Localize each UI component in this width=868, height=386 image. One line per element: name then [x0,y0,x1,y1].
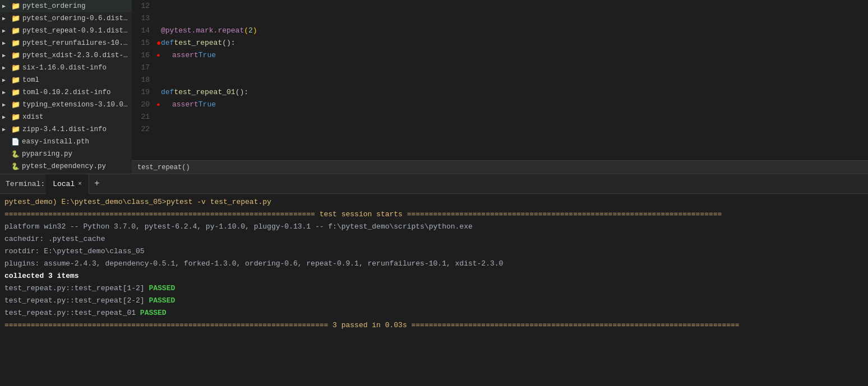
line-number: 14 [132,25,150,37]
terminal-label: Terminal: [6,180,45,188]
terminal-tabs: Terminal: Local × + [0,174,868,194]
sidebar-arrow-icon: ▶ [2,52,11,59]
editor-area: ▶📁pytest_ordering▶📁pytest_ordering-0.6.d… [0,0,868,174]
terminal-tab-name: Local [53,180,75,188]
sidebar-item-label: pytest_dependency.py [22,162,106,170]
line-number: 12 [132,0,150,12]
terminal-line: collected 3 items [4,270,864,282]
folder-icon: 📁 [11,26,20,35]
code-line [161,62,868,74]
line-numbers: 1213141516171819202122 [132,0,155,160]
sidebar-item[interactable]: ▶📁typing_extensions-3.10.0.0 [0,99,132,111]
sidebar-arrow-icon: ▶ [2,126,11,133]
sidebar-item[interactable]: ▶📁pytest_rerunfailures-10.1.d [0,37,132,49]
line-number: 16 [132,49,150,62]
sidebar-item-label: pytest_ordering [22,2,86,10]
code-lines: @pytest.mark.repeat(2)def test_repeat():… [155,0,868,160]
add-terminal-tab-button[interactable]: + [89,176,105,192]
code-panel: 1213141516171819202122 @pytest.mark.repe… [132,0,868,174]
breadcrumb: test_repeat() [132,160,868,174]
sidebar-item-label: zipp-3.4.1.dist-info [22,125,107,133]
folder-icon: 📁 [11,100,20,109]
terminal-line: test_repeat.py::test_repeat_01 PASSED [4,307,864,319]
code-line: def test_repeat():▶● [161,37,868,49]
line-number: 22 [132,123,150,136]
sidebar-item[interactable]: 📄easy-install.pth [0,136,132,148]
line-number: 19 [132,86,150,99]
sidebar-item[interactable]: ▶📁zipp-3.4.1.dist-info [0,123,132,136]
breakpoint-icon[interactable]: ● [156,37,161,49]
sidebar-item[interactable]: ▶📁pytest_xdist-2.3.0.dist-info [0,49,132,62]
file-icon: 🐍 [11,162,20,171]
line-number: 15 [132,37,150,49]
sidebar-arrow-icon: ▶ [2,15,11,22]
folder-icon: 📁 [11,2,20,11]
sidebar-item-label: pytest_xdist-2.3.0.dist-info [22,52,132,59]
sidebar-item-label: pyparsing.py [22,150,72,158]
sidebar-item-label: toml [22,76,39,84]
sidebar-item[interactable]: 🐍pytest_dependency.py [0,160,132,173]
folder-icon: 📁 [11,51,20,60]
sidebar-arrow-icon: ▶ [2,3,11,10]
terminal-line: pytest_demo) E:\pytest_demo\class_05>pyt… [4,196,864,208]
sidebar-item-label: pytest_repeat-0.9.1.dist-inf [22,27,132,35]
line-number: 20 [132,99,150,111]
folder-icon: 📁 [11,113,20,122]
line-number: 17 [132,62,150,74]
sidebar-item-label: typing_extensions-3.10.0.0 [22,101,132,109]
code-line: def test_repeat_01():▶ [161,86,868,99]
file-icon: 📄 [11,138,20,146]
code-line [161,111,868,123]
folder-icon: 📁 [11,14,20,23]
breadcrumb-text: test_repeat() [137,164,190,171]
sidebar-arrow-icon: ▶ [2,27,11,34]
sidebar-arrow-icon: ▶ [2,114,11,120]
passed-badge: PASSED [149,284,175,292]
sidebar-item-label: six-1.16.0.dist-info [22,64,107,72]
sidebar-item[interactable]: ▶📁toml-0.10.2.dist-info [0,86,132,99]
terminal-tab-close[interactable]: × [78,180,82,187]
terminal-output[interactable]: pytest_demo) E:\pytest_demo\class_05>pyt… [0,194,868,386]
sidebar-item[interactable]: ▶📁xdist [0,111,132,123]
breakpoint-icon[interactable]: ● [156,99,160,111]
sidebar-item-label: pytest_ordering-0.6.dist-info [22,15,132,22]
terminal-area: Terminal: Local × + pytest_demo) E:\pyte… [0,174,868,386]
sidebar-item-label: xdist [22,113,44,121]
line-number: 13 [132,12,150,25]
sidebar-arrow-icon: ▶ [2,101,11,108]
terminal-line: ========================================… [4,208,864,221]
sidebar-item[interactable]: ▶📁pytest_ordering [0,0,132,12]
folder-icon: 📁 [11,63,20,72]
file-icon: 🐍 [11,150,20,159]
terminal-line: test_repeat.py::test_repeat[2-2] PASSED [4,295,864,307]
code-line: assert True● [161,49,868,62]
sidebar-arrow-icon: ▶ [2,89,11,96]
folder-icon: 📁 [11,76,20,85]
terminal-line: cachedir: .pytest_cache [4,233,864,245]
folder-icon: 📁 [11,39,20,48]
sidebar-item-label: pytest_rerunfailures-10.1.d [22,39,132,47]
sidebar-item[interactable]: ▶📁six-1.16.0.dist-info [0,62,132,74]
sidebar-item-label: easy-install.pth [22,138,89,146]
main-container: ▶📁pytest_ordering▶📁pytest_ordering-0.6.d… [0,0,868,386]
decorator-span: @pytest.mark.repeat [161,25,244,37]
code-line [161,0,868,12]
terminal-tab-local[interactable]: Local × [46,174,89,194]
code-line [161,12,868,25]
sidebar: ▶📁pytest_ordering▶📁pytest_ordering-0.6.d… [0,0,132,174]
line-number: 21 [132,111,150,123]
sidebar-item[interactable]: 🐍pyparsing.py [0,148,132,160]
sidebar-arrow-icon: ▶ [2,40,11,46]
terminal-line: rootdir: E:\pytest_demo\class_05 [4,245,864,258]
passed-badge: PASSED [140,309,167,317]
sidebar-item[interactable]: ▶📁pytest_repeat-0.9.1.dist-inf [0,25,132,37]
breakpoint-icon[interactable]: ● [156,49,160,62]
sidebar-item[interactable]: ▶📁toml [0,74,132,86]
code-line: assert True● [161,99,868,111]
terminal-line: test_repeat.py::test_repeat[1-2] PASSED [4,282,864,295]
code-line [161,123,868,136]
sidebar-item[interactable]: ▶📁pytest_ordering-0.6.dist-info [0,12,132,25]
sidebar-arrow-icon: ▶ [2,77,11,83]
passed-badge: PASSED [149,296,175,305]
terminal-line: plugins: assume-2.4.3, dependency-0.5.1,… [4,258,864,270]
